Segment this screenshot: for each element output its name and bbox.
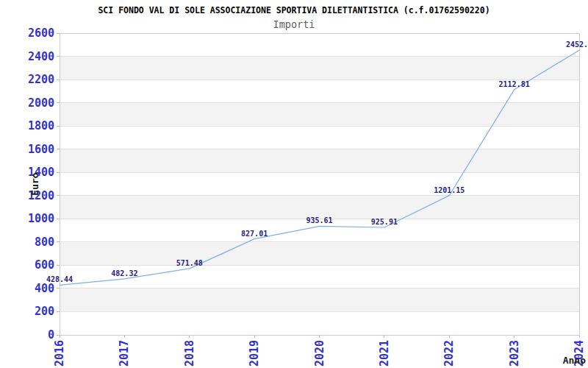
point-label: 2452.5 (566, 40, 588, 49)
x-tick-label: 2017 (118, 340, 131, 367)
x-tick-label: 2021 (378, 340, 391, 367)
x-tick-label: 2023 (508, 340, 521, 367)
point-label: 827.01 (241, 230, 268, 238)
point-label: 2112.81 (499, 80, 530, 88)
x-tick-label: 2019 (248, 340, 261, 367)
y-tick-label: 600 (35, 258, 54, 272)
grid-band (60, 57, 579, 80)
y-tick-label: 2200 (28, 73, 54, 86)
y-tick-label: 1600 (28, 143, 54, 156)
grid-band (60, 289, 579, 312)
point-label: 1201.15 (434, 186, 465, 194)
y-tick-label: 800 (35, 236, 54, 249)
y-tick-label: 2600 (28, 26, 54, 40)
point-label: 428.44 (46, 275, 73, 283)
y-axis-label: Euro (29, 172, 40, 195)
x-axis-label: Anno (563, 355, 586, 366)
y-tick-label: 2000 (28, 96, 54, 110)
x-tick-label: 2020 (313, 340, 326, 367)
x-tick-label: 2018 (183, 340, 196, 367)
x-tick-label: 2022 (442, 340, 456, 367)
y-tick-label: 200 (35, 305, 54, 318)
chart-canvas: SCI FONDO VAL DI SOLE ASSOCIAZIONE SPORT… (0, 0, 588, 368)
y-tick-label: 400 (35, 282, 54, 295)
point-label: 935.61 (306, 216, 332, 224)
grid-band (60, 242, 579, 266)
y-tick-label: 1800 (28, 119, 54, 132)
point-label: 925.91 (371, 218, 398, 226)
y-tick-label: 1000 (28, 212, 54, 225)
line-chart-plot: 0200400600800100012001400160018002000220… (0, 0, 588, 368)
y-tick-label: 2400 (28, 50, 54, 63)
grid-band (60, 149, 579, 173)
grid-band (60, 196, 579, 219)
y-tick-label: 0 (48, 328, 54, 342)
grid-band (60, 103, 579, 127)
point-label: 571.48 (176, 259, 203, 267)
point-label: 482.32 (111, 269, 137, 277)
x-tick-label: 2016 (53, 340, 66, 367)
